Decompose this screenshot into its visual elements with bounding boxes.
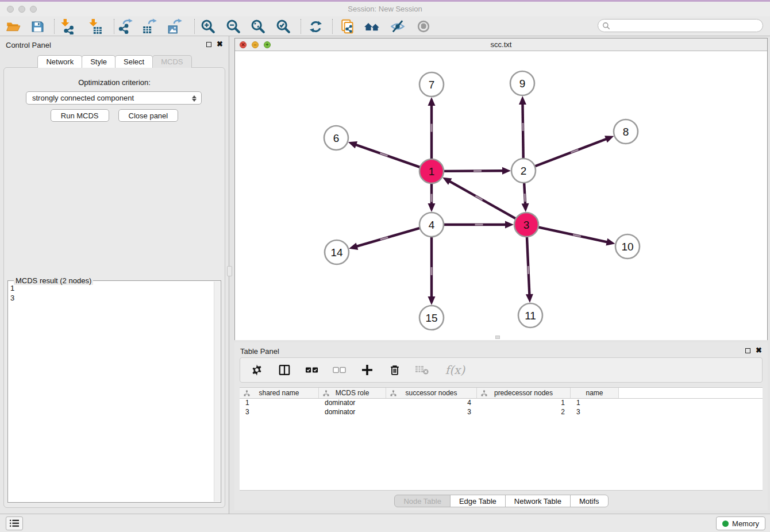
hide-eye-icon: [390, 18, 406, 34]
mcds-panel: Optimization criterion: strongly connect…: [3, 67, 225, 508]
table-cell[interactable]: 3: [386, 408, 477, 417]
table-cell[interactable]: 1: [571, 399, 619, 408]
copy-network-icon: [340, 18, 356, 34]
float-panel-icon[interactable]: [206, 42, 211, 47]
edge-arrowhead: [605, 136, 614, 142]
tab-network[interactable]: Network: [37, 55, 82, 68]
clone-network-button[interactable]: [339, 18, 356, 35]
show-all-button[interactable]: [415, 18, 432, 35]
open-folder-icon: [6, 19, 21, 34]
edge-arrowhead: [526, 294, 533, 303]
tab-edge-table[interactable]: Edge Table: [450, 495, 506, 507]
float-table-panel-icon[interactable]: [745, 348, 750, 353]
first-neighbors-button[interactable]: [364, 18, 381, 35]
open-session-button[interactable]: [5, 18, 22, 35]
toolbar-separator: [332, 19, 333, 34]
run-mcds-button[interactable]: Run MCDS: [51, 109, 109, 122]
apply-layout-button[interactable]: [307, 18, 324, 35]
memory-button[interactable]: Memory: [716, 516, 765, 530]
edge-label: [431, 194, 433, 202]
edge-label: [475, 195, 483, 201]
column-header-predecessor-nodes[interactable]: predecessor nodes: [477, 388, 571, 398]
canvas-grip[interactable]: [495, 336, 500, 339]
edge-arrowhead: [505, 221, 514, 229]
select-all-button[interactable]: [305, 363, 319, 377]
show-column-button[interactable]: [277, 363, 292, 377]
export-table-button[interactable]: [141, 18, 159, 35]
zoom-in-icon: [200, 18, 216, 34]
zoom-fit-button[interactable]: [249, 18, 267, 35]
node-label-2: 2: [521, 165, 527, 177]
hide-selected-button[interactable]: [389, 18, 406, 35]
table-cell[interactable]: 3: [571, 408, 619, 417]
mcds-result-text[interactable]: 1 3: [10, 283, 213, 501]
zoom-out-button[interactable]: [225, 18, 242, 35]
tab-select[interactable]: Select: [115, 55, 153, 68]
zoom-selected-button[interactable]: [275, 18, 292, 35]
zoom-in-button[interactable]: [199, 18, 217, 35]
edge-4-14[interactable]: [356, 228, 420, 246]
table-cell[interactable]: 3: [240, 408, 319, 417]
hierarchy-sort-icon: [390, 390, 396, 396]
task-history-button[interactable]: [6, 516, 23, 530]
search-field[interactable]: [598, 19, 763, 32]
save-session-button[interactable]: [29, 18, 46, 35]
node-label-8: 8: [623, 126, 629, 138]
optimization-dropdown[interactable]: strongly connected component: [26, 91, 202, 105]
edge-label: [522, 123, 524, 131]
edge-arrowhead: [428, 203, 436, 212]
table-panel: Table Panel ✖: [234, 342, 768, 510]
trash-icon: [388, 364, 401, 376]
memory-label: Memory: [732, 519, 759, 528]
column-header-successor-nodes[interactable]: successor nodes: [386, 388, 477, 398]
tab-node-table[interactable]: Node Table: [394, 495, 451, 507]
result-scrollbar[interactable]: [214, 282, 220, 502]
splitter-grip[interactable]: [227, 266, 232, 276]
tab-style[interactable]: Style: [82, 55, 116, 68]
import-network-button[interactable]: [58, 18, 75, 35]
dropdown-stepper-icon: [191, 93, 198, 103]
edge-label: [380, 237, 388, 241]
tab-network-table[interactable]: Network Table: [505, 495, 571, 507]
import-table-button[interactable]: [86, 18, 103, 35]
function-builder-button: f(x): [442, 363, 468, 377]
search-input[interactable]: [613, 22, 763, 30]
export-image-button[interactable]: [167, 18, 184, 35]
column-header-shared-name[interactable]: shared name: [240, 388, 319, 398]
export-network-button[interactable]: [117, 18, 134, 35]
close-panel-button[interactable]: Close panel: [118, 109, 179, 122]
hierarchy-sort-icon: [323, 390, 329, 396]
table-options-button[interactable]: [249, 363, 264, 377]
deselect-all-icon: [332, 364, 347, 376]
delete-selected-button[interactable]: [387, 363, 402, 377]
tab-motifs[interactable]: Motifs: [570, 495, 609, 507]
toolbar-separator: [194, 19, 195, 34]
table-cell[interactable]: dominator: [319, 399, 386, 408]
close-table-panel-icon[interactable]: ✖: [756, 348, 762, 353]
table-cell[interactable]: dominator: [319, 408, 386, 417]
table-cell[interactable]: 1: [477, 399, 571, 408]
export-table-icon: [142, 18, 158, 34]
table-row[interactable]: 1dominator411: [240, 399, 763, 408]
main-area: Control Panel ✖ NetworkStyleSelectMCDS O…: [0, 36, 770, 514]
network-canvas[interactable]: 7968124314101511: [235, 51, 767, 340]
tab-mcds[interactable]: MCDS: [152, 55, 191, 68]
table-cell[interactable]: 4: [386, 399, 477, 408]
network-window-titlebar[interactable]: ✕ − + scc.txt: [235, 38, 767, 51]
table-row[interactable]: 3dominator323: [240, 408, 763, 417]
add-row-button[interactable]: [360, 363, 375, 377]
edge-arrowhead: [428, 97, 436, 106]
edge-arrowhead: [522, 203, 529, 212]
column-header-name[interactable]: name: [571, 388, 619, 398]
main-toolbar: [0, 16, 770, 36]
deselect-all-button[interactable]: [332, 363, 347, 377]
edge-arrowhead: [428, 296, 436, 305]
app-titlebar: Session: New Session: [0, 2, 770, 16]
import-table-icon: [87, 18, 103, 34]
edge-1-6[interactable]: [355, 145, 420, 168]
mcds-result-group: MCDS result (2 nodes) 1 3: [7, 280, 221, 503]
table-cell[interactable]: 2: [477, 408, 571, 417]
close-panel-icon[interactable]: ✖: [217, 41, 223, 47]
table-cell[interactable]: 1: [240, 399, 319, 408]
column-header-MCDS-role[interactable]: MCDS role: [319, 388, 386, 398]
